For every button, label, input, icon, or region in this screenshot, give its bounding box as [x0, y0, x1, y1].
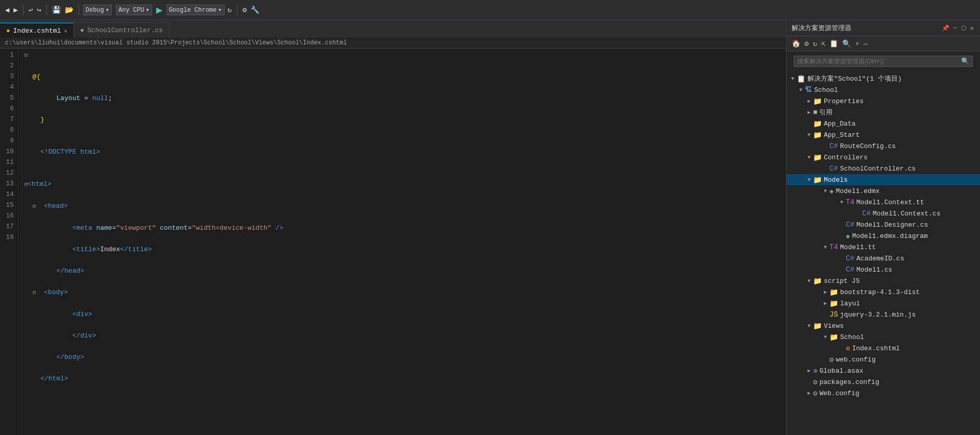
tree-item-jquery[interactable]: ▶ JS jquery-3.2.1.min.js	[787, 309, 980, 320]
model1tt-arrow: ▼	[821, 245, 829, 250]
solution-explorer-title: 解决方案资源管理器	[792, 23, 851, 33]
tab-index-cshtml[interactable]: ● Index.cshtml ✕	[0, 22, 74, 38]
scriptjs-label: script JS	[824, 277, 860, 285]
se-tool3-icon[interactable]: ⚡	[854, 38, 860, 49]
tree-item-model1edmxdiagram[interactable]: ▶ ◈ Model1.edmx.diagram	[787, 230, 980, 241]
tree-item-school-view-folder[interactable]: ▼ 📁 School	[787, 331, 980, 343]
tool2-icon[interactable]: 🔧	[250, 5, 260, 15]
tab-close-index[interactable]: ✕	[64, 28, 67, 34]
debug-dropdown[interactable]: Debug ▾	[83, 5, 112, 15]
tree-item-appdata[interactable]: ▶ 📁 App_Data	[787, 118, 980, 129]
model1cs-label: Model1.cs	[856, 266, 892, 274]
se-home-icon[interactable]: 🏠	[791, 38, 801, 49]
sep3	[79, 5, 79, 15]
refresh-icon[interactable]: ↻	[227, 5, 233, 15]
layui-label: layui	[840, 300, 860, 307]
model1context-tt-label: Model1.Context.tt	[856, 199, 924, 206]
solution-explorer-panel: 解决方案资源管理器 📌 — ⬡ ✕ 🏠 ⚙ ↻ ⇱ 📋 🔍 ⚡ — 🔍	[786, 20, 980, 435]
ref-arrow: ▶	[805, 109, 813, 115]
tree-item-model1cs[interactable]: ▶ C# Model1.cs	[787, 264, 980, 275]
tree-item-packagesconfig[interactable]: ▶ ⚙ packages.config	[787, 376, 980, 388]
code-content[interactable]: ⊟ @{ Layout = null; } <!DOCTYPE html> ⊟<…	[18, 49, 779, 435]
close-panel-button[interactable]: ✕	[969, 25, 975, 32]
tree-item-webconfig[interactable]: ▶ ⚙ Web.config	[787, 388, 980, 399]
tree-item-model1context-cs[interactable]: ▶ C# Model1.Context.cs	[787, 208, 980, 219]
tree-item-model1tt[interactable]: ▼ T4 Model1.tt	[787, 241, 980, 253]
se-tool1-icon[interactable]: 📋	[828, 38, 839, 49]
controllers-icon: 📁	[813, 153, 822, 162]
tree-item-views[interactable]: ▼ 📁 Views	[787, 320, 980, 331]
code-editor[interactable]: 1 2 3 4 5 6 7 8 9 10 11 12 13 14 15 16 1…	[0, 49, 786, 435]
tree-item-academeid[interactable]: ▶ C# AcademeID.cs	[787, 253, 980, 264]
se-tool2-icon[interactable]: 🔍	[841, 38, 852, 49]
toolbar-back[interactable]: ◀	[4, 5, 10, 15]
se-collapse-icon[interactable]: ⇱	[820, 38, 826, 49]
webconfig-views-label: web.config	[836, 356, 875, 364]
scriptjs-icon: 📁	[813, 277, 822, 285]
tree-item-models[interactable]: ▼ 📁 Models	[787, 174, 980, 185]
tree-item-routeconfig[interactable]: ▶ C# RouteConfig.cs	[787, 140, 980, 152]
se-search-input[interactable]	[797, 58, 961, 65]
undo-icon[interactable]: ↩	[28, 5, 34, 15]
tab-school-controller[interactable]: ● SchoolController.cs	[74, 22, 169, 38]
models-icon: 📁	[813, 176, 822, 184]
tool1-icon[interactable]: ⚙	[241, 5, 248, 15]
toolbar-forward[interactable]: ▶	[12, 5, 18, 15]
tree-item-properties[interactable]: ▶ 📁 Properties	[787, 95, 980, 107]
run-button[interactable]: ▶	[154, 5, 164, 15]
tree-item-school[interactable]: ▼ 🏗 School	[787, 84, 980, 95]
properties-icon: 📁	[813, 97, 822, 106]
school-arrow: ▼	[797, 87, 805, 93]
sep1	[23, 5, 23, 15]
open-icon[interactable]: 📂	[64, 5, 75, 15]
tree-item-model1designer[interactable]: ▶ C# Model1.Designer.cs	[787, 219, 980, 230]
tree-item-globalasax[interactable]: ▶ ⊛ Global.asax	[787, 365, 980, 376]
panel-controls: 📌 — ⬡ ✕	[941, 25, 975, 32]
tree-item-ref[interactable]: ▶ ■ 引用	[787, 107, 980, 118]
views-icon: 📁	[813, 322, 822, 330]
tree-item-solution[interactable]: ▼ 📋 解决方案"School"(1 个项目)	[787, 73, 980, 84]
tree-item-schoolcontroller[interactable]: ▶ C# SchoolController.cs	[787, 163, 980, 174]
models-label: Models	[824, 176, 848, 184]
model1context-tt-arrow: ▼	[838, 200, 846, 205]
tree-item-scriptjs[interactable]: ▼ 📁 script JS	[787, 275, 980, 286]
tree-item-webconfig-views[interactable]: ▶ ⚙ web.config	[787, 354, 980, 365]
tab-bar: ● Index.cshtml ✕ ● SchoolController.cs	[0, 20, 786, 38]
tree-view[interactable]: ▼ 📋 解决方案"School"(1 个项目) ▼ 🏗 School ▶ 📁 P…	[787, 71, 980, 435]
academeid-icon: C#	[846, 254, 854, 262]
appstart-label: App_Start	[824, 131, 860, 139]
se-refresh-icon[interactable]: ↻	[812, 38, 818, 49]
tree-item-layui[interactable]: ▶ 📁 layui	[787, 298, 980, 309]
editor-scrollbar[interactable]	[779, 49, 786, 435]
tree-item-model1edmx[interactable]: ▼ ◈ Model1.edmx	[787, 185, 980, 197]
maximize-button[interactable]: ⬡	[960, 25, 967, 32]
browser-dropdown[interactable]: Google Chrome ▾	[166, 5, 225, 15]
se-tool4-icon[interactable]: —	[863, 39, 869, 49]
webconfig-label: Web.config	[819, 390, 859, 397]
model1tt-label: Model1.tt	[840, 244, 876, 251]
properties-arrow: ▶	[805, 98, 813, 104]
models-arrow: ▼	[805, 177, 813, 183]
tree-item-appstart[interactable]: ▼ 📁 App_Start	[787, 129, 980, 140]
routeconfig-icon: C#	[829, 142, 838, 150]
se-settings-icon[interactable]: ⚙	[803, 38, 810, 49]
school-view-icon: 📁	[829, 333, 838, 342]
model1cs-icon: C#	[846, 265, 854, 274]
cpu-label: Any CPU	[118, 7, 144, 14]
browser-arrow: ▾	[218, 6, 222, 14]
minimize-button[interactable]: —	[952, 25, 958, 32]
pin-button[interactable]: 📌	[941, 25, 950, 32]
controllers-arrow: ▼	[805, 155, 813, 160]
redo-icon[interactable]: ↪	[36, 5, 42, 15]
tree-item-controllers[interactable]: ▼ 📁 Controllers	[787, 152, 980, 163]
school-label: School	[814, 86, 838, 94]
save-icon[interactable]: 💾	[51, 5, 62, 15]
model1edmx-label: Model1.edmx	[836, 187, 879, 195]
tree-item-bootstrap[interactable]: ▶ 📁 bootstrap-4.1.3-dist	[787, 286, 980, 298]
browser-label: Google Chrome	[169, 7, 217, 14]
cpu-dropdown[interactable]: Any CPU ▾	[116, 5, 152, 15]
controllers-label: Controllers	[824, 154, 868, 161]
tree-item-model1context-tt[interactable]: ▼ T4 Model1.Context.tt	[787, 197, 980, 208]
jquery-label: jquery-3.2.1.min.js	[840, 311, 916, 319]
tree-item-indexcshtml[interactable]: ▶ ⊙ Index.cshtml	[787, 343, 980, 354]
